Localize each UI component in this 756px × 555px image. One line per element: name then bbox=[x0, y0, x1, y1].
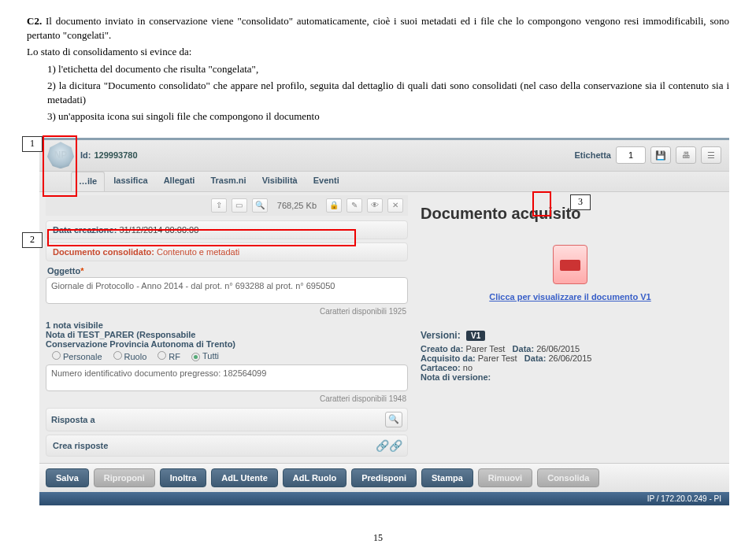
note-author-1: Nota di TEST_PARER (Responsabile bbox=[46, 330, 408, 339]
view-icon[interactable]: 👁 bbox=[367, 198, 383, 213]
right-panel: Documento acquisito Clicca per visualizz… bbox=[414, 192, 729, 463]
adl-utente-button[interactable]: AdL Utente bbox=[211, 468, 277, 487]
callout-1: 1 bbox=[22, 136, 43, 152]
lock-file-icon[interactable]: 🔒 bbox=[326, 198, 342, 213]
status-bar: IP / 172.20.0.249 - PI bbox=[39, 492, 729, 505]
versioni-label: Versioni: bbox=[421, 330, 461, 341]
note-header: 1 nota visibile bbox=[46, 320, 408, 330]
intro-2: Lo stato di consolidamento si evince da: bbox=[27, 45, 729, 59]
search-file-icon[interactable]: 🔍 bbox=[252, 198, 268, 213]
inoltra-button[interactable]: Inoltra bbox=[160, 468, 207, 487]
top-bar: NP Id: 129993780 Etichetta 💾 🖶 ☰ bbox=[39, 140, 729, 172]
file-toolbar: ⇪ ▭ 🔍 768,25 Kb 🔒 ✎ 👁 ✕ bbox=[46, 195, 408, 216]
li2-text: la dicitura "Documento consolidato" che … bbox=[47, 80, 729, 105]
consolida-button[interactable]: Consolida bbox=[537, 468, 599, 487]
callout-2: 2 bbox=[22, 232, 43, 248]
page-number: 15 bbox=[0, 532, 756, 544]
pdf-icon[interactable] bbox=[553, 245, 587, 284]
note-author-2: Conservazione Provincia Autonoma di Tren… bbox=[46, 339, 408, 349]
li1-num: 1) bbox=[47, 63, 56, 75]
etichetta-label: Etichetta bbox=[575, 150, 611, 160]
note-textarea[interactable] bbox=[46, 364, 408, 391]
risposta-search-icon[interactable]: 🔍 bbox=[385, 412, 402, 427]
numbered-list: 1) l'etichetta del documento che risulta… bbox=[27, 62, 729, 124]
creato-da-line: Creato da: Parer Test Data: 26/06/2015 bbox=[421, 344, 720, 353]
tab-classifica[interactable]: lassifica bbox=[106, 172, 154, 191]
li2-num: 2) bbox=[47, 80, 56, 91]
id-label: Id: bbox=[80, 150, 91, 160]
li1-text: l'etichetta del documento che risulta "c… bbox=[58, 63, 258, 75]
sign-icon[interactable]: ✎ bbox=[346, 198, 362, 213]
id-value: 129993780 bbox=[94, 150, 137, 160]
crea-risposte-row: Crea risposte 🔗 🔗 bbox=[46, 435, 408, 457]
tab-allegati[interactable]: Allegati bbox=[157, 172, 202, 191]
note-visibility-radios: Personale Ruolo RF Tutti bbox=[52, 351, 408, 361]
li3-num: 3) bbox=[47, 110, 56, 122]
view-document-link[interactable]: Clicca per visualizzare il documento V1 bbox=[421, 292, 720, 302]
tab-eventi[interactable]: Eventi bbox=[306, 172, 346, 191]
upload-icon[interactable]: ⇪ bbox=[211, 198, 227, 213]
rimuovi-button[interactable]: Rimuovi bbox=[478, 468, 532, 487]
required-star: * bbox=[80, 266, 83, 276]
data-creazione-row: Data creazione: 31/12/2014 00:00:00 bbox=[46, 220, 408, 239]
link-icons[interactable]: 🔗 🔗 bbox=[376, 439, 401, 452]
main-area: ⇪ ▭ 🔍 768,25 Kb 🔒 ✎ 👁 ✕ Data creazione: … bbox=[39, 192, 729, 463]
tab-file[interactable]: …ile bbox=[71, 172, 105, 191]
tab-visibilita[interactable]: Visibilità bbox=[255, 172, 305, 191]
risposta-label: Risposta a bbox=[51, 415, 95, 424]
crea-risposte-label: Crea risposte bbox=[53, 441, 108, 450]
action-bar: Salva Riproponi Inoltra AdL Utente AdL R… bbox=[39, 463, 729, 492]
c2-label: C2. bbox=[27, 15, 42, 27]
tab-trasmissioni[interactable]: Trasm.ni bbox=[203, 172, 253, 191]
acquisito-da-line: Acquisito da: Parer Test Data: 26/06/201… bbox=[421, 353, 720, 363]
more-icon[interactable]: ☰ bbox=[701, 146, 721, 164]
oggetto-label-text: Oggetto bbox=[47, 266, 80, 276]
print-label-icon[interactable]: 🖶 bbox=[676, 146, 696, 164]
doc-consolidato-value: Contenuto e metadati bbox=[157, 247, 239, 257]
np-badge-icon: NP bbox=[47, 142, 74, 168]
oggetto-textarea[interactable] bbox=[46, 277, 408, 304]
risposta-a-row: Risposta a 🔍 bbox=[46, 408, 408, 431]
callout-3: 3 bbox=[570, 194, 591, 210]
tabs-row: …ile lassifica Allegati Trasm.ni Visibil… bbox=[39, 172, 729, 192]
file-size: 768,25 Kb bbox=[277, 201, 317, 210]
li3-text: un'apposita icona sui singoli file che c… bbox=[58, 110, 320, 122]
doc-consolidato-label: Documento consolidato: bbox=[53, 247, 154, 257]
oggetto-label: Oggetto* bbox=[47, 266, 408, 276]
version-badge[interactable]: V1 bbox=[466, 331, 485, 341]
save-label-icon[interactable]: 💾 bbox=[650, 146, 671, 164]
oggetto-chars-left: Caratteri disponibili 1925 bbox=[46, 307, 406, 316]
salva-button[interactable]: Salva bbox=[46, 468, 89, 487]
delete-icon[interactable]: ✕ bbox=[387, 198, 403, 213]
versioni-row: Versioni: V1 bbox=[421, 330, 720, 341]
radio-personale[interactable]: Personale bbox=[52, 351, 102, 361]
data-creazione-label: Data creazione: bbox=[53, 225, 117, 235]
stampa-button[interactable]: Stampa bbox=[421, 468, 473, 487]
documento-consolidato-row: Documento consolidato: Contenuto e metad… bbox=[46, 242, 408, 261]
adl-ruolo-button[interactable]: AdL Ruolo bbox=[283, 468, 346, 487]
c2-body: Il documento inviato in conservazione vi… bbox=[27, 15, 729, 41]
left-panel: ⇪ ▭ 🔍 768,25 Kb 🔒 ✎ 👁 ✕ Data creazione: … bbox=[39, 192, 414, 463]
etichetta-group: Etichetta 💾 🖶 ☰ bbox=[575, 146, 721, 164]
radio-ruolo[interactable]: Ruolo bbox=[113, 351, 147, 361]
cartaceo-line: Cartaceo: no bbox=[421, 363, 720, 372]
nota-versione-line: Nota di versione: bbox=[421, 372, 720, 382]
note-chars-left: Caratteri disponibili 1948 bbox=[46, 394, 406, 403]
screenshot-container: 1 2 3 NP Id: 129993780 Etichetta 💾 🖶 ☰ …… bbox=[27, 138, 729, 505]
radio-tutti[interactable]: Tutti bbox=[191, 351, 219, 361]
predisponi-button[interactable]: Predisponi bbox=[351, 468, 417, 487]
data-creazione-value: 31/12/2014 00:00:00 bbox=[119, 225, 198, 235]
etichetta-input[interactable] bbox=[616, 146, 646, 164]
scan-icon[interactable]: ▭ bbox=[232, 198, 247, 213]
radio-rf[interactable]: RF bbox=[158, 351, 180, 361]
riproponi-button[interactable]: Riproponi bbox=[94, 468, 155, 487]
app-window: NP Id: 129993780 Etichetta 💾 🖶 ☰ …ile la… bbox=[39, 138, 729, 505]
document-body-text: C2. Il documento inviato in conservazion… bbox=[0, 0, 756, 133]
